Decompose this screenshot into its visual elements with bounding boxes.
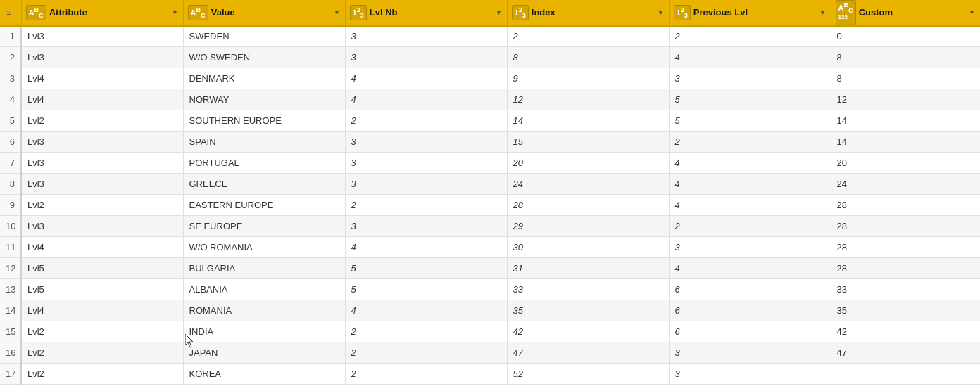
cell-custom: 35 [831,300,980,321]
cell-value: SE EUROPE [183,216,345,237]
cell-index: 30 [507,237,669,258]
cell-prevlvl: 3 [669,342,831,364]
cell-index: 33 [507,279,669,300]
cell-rownum: 12 [0,258,21,279]
cell-lvlnb: 3 [345,216,507,237]
cell-rownum: 11 [0,237,21,258]
cell-value: SPAIN [183,132,345,153]
cell-custom: 24 [831,174,980,195]
cell-custom [831,364,980,385]
table-row: 17Lvl2KOREA2523 [0,364,980,385]
prevlvl-dropdown-icon[interactable]: ▼ [819,8,827,16]
cell-lvlnb: 5 [345,279,507,300]
cell-value: ROMANIA [183,300,345,321]
cell-lvlnb: 3 [345,174,507,195]
col-header-rownum[interactable]: ≡ [0,0,21,26]
cell-lvlnb: 4 [345,89,507,110]
cell-attribute: Lvl4 [21,300,183,321]
table-row: 12Lvl5BULGARIA531428 [0,258,980,279]
cell-rownum: 14 [0,300,21,321]
cell-index: 29 [507,216,669,237]
cell-lvlnb: 2 [345,195,507,216]
cell-prevlvl: 5 [669,89,831,110]
col-header-index[interactable]: 123 Index ▼ [507,0,669,26]
col-index-label: Index [532,7,555,18]
table-header-row: ≡ ABC Attribute ▼ ABC Value ▼ [0,0,980,26]
cell-custom: 28 [831,216,980,237]
cell-lvlnb: 3 [345,47,507,68]
attribute-type-icon: ABC [26,5,46,20]
data-table: ≡ ABC Attribute ▼ ABC Value ▼ [0,0,980,391]
table-row: 11Lvl4W/O ROMANIA430328 [0,237,980,258]
cell-lvlnb: 2 [345,342,507,364]
cell-index: 15 [507,132,669,153]
cell-rownum: 1 [0,26,21,47]
cell-lvlnb: 5 [345,258,507,279]
col-attribute-label: Attribute [49,7,87,18]
lvlnb-type-icon: 123 [350,5,367,20]
cell-value: GREECE [183,174,345,195]
cell-rownum: 16 [0,342,21,364]
cell-attribute: Lvl3 [21,26,183,47]
table-row: 7Lvl3PORTUGAL320420 [0,153,980,174]
index-type-icon: 123 [512,5,529,20]
col-prevlvl-label: Previous Lvl [693,7,748,18]
cell-attribute: Lvl2 [21,321,183,342]
cell-index: 31 [507,258,669,279]
col-header-value[interactable]: ABC Value ▼ [183,0,345,26]
cell-index: 47 [507,342,669,364]
cell-rownum: 7 [0,153,21,174]
table-row: 15Lvl2INDIA242642 [0,321,980,342]
cell-rownum: 2 [0,47,21,68]
table-row: 10Lvl3SE EUROPE329228 [0,216,980,237]
cell-value: INDIA [183,321,345,342]
cell-index: 35 [507,300,669,321]
cell-value: PORTUGAL [183,153,345,174]
cell-custom: 14 [831,132,980,153]
custom-type-icon: ABC123 [836,0,856,25]
cell-prevlvl: 6 [669,279,831,300]
cell-prevlvl: 4 [669,174,831,195]
col-header-lvlnb[interactable]: 123 Lvl Nb ▼ [345,0,507,26]
index-dropdown-icon[interactable]: ▼ [658,8,665,16]
cell-index: 2 [507,26,669,47]
cell-custom: 8 [831,47,980,68]
cell-attribute: Lvl5 [21,279,183,300]
table-row: 8Lvl3GREECE324424 [0,174,980,195]
col-header-custom[interactable]: ABC123 Custom ▼ [831,0,980,26]
table-row: 6Lvl3SPAIN315214 [0,132,980,153]
cell-lvlnb: 4 [345,237,507,258]
cell-index: 20 [507,153,669,174]
col-header-prevlvl[interactable]: 123 Previous Lvl ▼ [669,0,831,26]
cell-rownum: 4 [0,89,21,110]
col-header-attribute[interactable]: ABC Attribute ▼ [21,0,183,26]
cell-attribute: Lvl3 [21,132,183,153]
cell-attribute: Lvl4 [21,89,183,110]
cell-rownum: 10 [0,216,21,237]
cell-attribute: Lvl3 [21,174,183,195]
cell-rownum: 8 [0,174,21,195]
table-row: 14Lvl4ROMANIA435635 [0,300,980,321]
cell-value: KOREA [183,364,345,385]
cell-value: BULGARIA [183,258,345,279]
cell-custom: 14 [831,110,980,132]
table-row: 1Lvl3SWEDEN3220 [0,26,980,47]
cell-prevlvl: 5 [669,110,831,132]
cell-value: EASTERN EUROPE [183,195,345,216]
cell-lvlnb: 2 [345,364,507,385]
cell-attribute: Lvl2 [21,342,183,364]
cell-index: 24 [507,174,669,195]
custom-dropdown-icon[interactable]: ▼ [969,8,976,16]
col-value-label: Value [211,7,235,18]
attribute-dropdown-icon[interactable]: ▼ [172,8,179,16]
cell-lvlnb: 4 [345,300,507,321]
lvlnb-dropdown-icon[interactable]: ▼ [496,8,503,16]
cell-rownum: 15 [0,321,21,342]
cell-rownum: 5 [0,110,21,132]
prevlvl-type-icon: 123 [674,5,691,20]
table-row: 2Lvl3W/O SWEDEN3848 [0,47,980,68]
value-dropdown-icon[interactable]: ▼ [334,8,341,16]
col-lvlnb-label: Lvl Nb [370,7,398,18]
cell-index: 42 [507,321,669,342]
table-row: 4Lvl4NORWAY412512 [0,89,980,110]
